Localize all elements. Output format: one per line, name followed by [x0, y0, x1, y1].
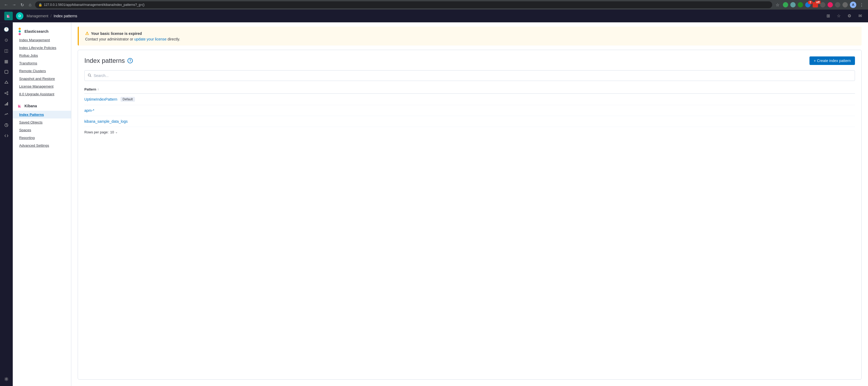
- svg-marker-1: [5, 81, 8, 83]
- index-patterns-panel: Index patterns ? + Create index pattern …: [78, 50, 862, 380]
- forward-button[interactable]: →: [11, 2, 17, 8]
- rail-monitoring-icon[interactable]: [2, 99, 11, 109]
- pattern-link-kibana-sample[interactable]: kibana_sample_data_logs: [84, 119, 128, 123]
- license-banner-title: ⚠ Your basic license is expired: [85, 31, 855, 36]
- rows-per-page-select[interactable]: 10 ⌄: [110, 130, 117, 134]
- table-header: Pattern ↑: [84, 85, 855, 94]
- sidebar: Elasticsearch Index Management Index Lif…: [13, 22, 71, 386]
- top-nav: D Management / Index patterns ⊞ ☆ ⚙ ✉: [0, 9, 868, 22]
- table-row: kibana_sample_data_logs: [84, 116, 855, 127]
- back-button[interactable]: ←: [3, 2, 9, 8]
- ext-4-container: 7: [805, 2, 810, 7]
- table-row: UptimeIndexPattern Default: [84, 94, 855, 105]
- svg-rect-0: [5, 70, 8, 73]
- rows-per-page-label: Rows per page:: [84, 130, 108, 134]
- rail-canvas-icon[interactable]: [2, 67, 11, 77]
- address-bar[interactable]: 🔒 127.0.0.1:5601/app/kibana#/management/…: [35, 1, 772, 8]
- breadcrumb-parent[interactable]: Management: [27, 14, 49, 18]
- license-banner: ⚠ Your basic license is expired Contact …: [78, 27, 862, 46]
- svg-rect-7: [5, 105, 6, 106]
- pattern-link-uptime[interactable]: UptimeIndexPattern: [84, 97, 117, 101]
- ext-8-icon[interactable]: [835, 2, 840, 7]
- sidebar-item-spaces[interactable]: Spaces: [13, 126, 71, 134]
- ext-9-icon[interactable]: [842, 2, 848, 7]
- rail-recent-icon[interactable]: 🕐: [2, 25, 11, 34]
- sidebar-item-upgrade-assistant[interactable]: 8.0 Upgrade Assistant: [13, 90, 71, 98]
- nav-grid-icon[interactable]: ⊞: [824, 12, 832, 20]
- update-license-link[interactable]: update your license: [134, 37, 166, 41]
- rail-ml-icon[interactable]: [2, 78, 11, 87]
- nav-mail-icon[interactable]: ✉: [856, 12, 864, 20]
- kibana-menu-icon: [17, 103, 22, 109]
- svg-line-13: [90, 76, 91, 77]
- sidebar-item-rollup-jobs[interactable]: Rollup Jobs: [13, 52, 71, 59]
- sidebar-item-saved-objects[interactable]: Saved Objects: [13, 118, 71, 126]
- app-container: D Management / Index patterns ⊞ ☆ ⚙ ✉ 🕐 …: [0, 9, 868, 386]
- create-index-pattern-button[interactable]: + Create index pattern: [809, 56, 855, 65]
- panel-title-row: Index patterns ?: [84, 57, 133, 64]
- panel-header: Index patterns ? + Create index pattern: [84, 56, 855, 65]
- kibana-logo[interactable]: [4, 12, 13, 20]
- sidebar-item-index-lifecycle-policies[interactable]: Index Lifecycle Policies: [13, 44, 71, 52]
- top-nav-actions: ⊞ ☆ ⚙ ✉: [824, 12, 864, 20]
- pattern-sort-button[interactable]: Pattern ↑: [84, 87, 99, 91]
- rail-management-icon[interactable]: [2, 374, 11, 384]
- nav-star-icon[interactable]: ☆: [835, 12, 842, 20]
- breadcrumb-current: Index patterns: [54, 14, 78, 18]
- rail-graph-icon[interactable]: [2, 88, 11, 98]
- rail-uptime-icon[interactable]: [2, 120, 11, 130]
- svg-point-3: [7, 92, 8, 93]
- sidebar-item-transforms[interactable]: Transforms: [13, 59, 71, 67]
- sidebar-item-remote-clusters[interactable]: Remote Clusters: [13, 67, 71, 75]
- icon-rail: 🕐 ⊙ ◫ ▦: [0, 22, 13, 386]
- user-badge[interactable]: D: [16, 12, 23, 20]
- svg-point-4: [7, 94, 8, 95]
- ext-6-icon[interactable]: [820, 2, 826, 7]
- search-container: [84, 70, 855, 81]
- ext-3-icon[interactable]: [798, 2, 803, 7]
- ext-7-icon[interactable]: [828, 2, 833, 7]
- browser-actions: ☆ 7 off A ⋮: [774, 2, 865, 8]
- svg-point-11: [6, 379, 7, 380]
- nav-settings-icon[interactable]: ⚙: [846, 12, 853, 20]
- ext-1-icon[interactable]: [783, 2, 788, 7]
- reload-button[interactable]: ↻: [19, 2, 25, 8]
- url-text: 127.0.0.1:5601/app/kibana#/management/ki…: [44, 3, 145, 7]
- rail-discover-icon[interactable]: ⊙: [2, 35, 11, 45]
- rows-per-page: Rows per page: 10 ⌄: [84, 127, 855, 134]
- rail-apm-icon[interactable]: [2, 110, 11, 119]
- rail-dev-tools-icon[interactable]: [2, 131, 11, 141]
- kibana-section-title: Kibana: [13, 101, 71, 111]
- rail-dashboard-icon[interactable]: ▦: [2, 56, 11, 66]
- sidebar-item-index-management[interactable]: Index Management: [13, 36, 71, 44]
- sidebar-item-reporting[interactable]: Reporting: [13, 134, 71, 142]
- browser-bar: ← → ↻ ⌂ 🔒 127.0.0.1:5601/app/kibana#/man…: [0, 0, 868, 9]
- table-row: apm-*: [84, 105, 855, 116]
- off-badge: off: [815, 1, 820, 4]
- sort-ascending-icon: ↑: [97, 88, 99, 91]
- ext-5-container: off: [813, 2, 818, 7]
- lock-icon: 🔒: [38, 3, 42, 7]
- sidebar-item-index-patterns[interactable]: Index Patterns: [13, 111, 71, 118]
- elasticsearch-icon: [17, 29, 22, 34]
- content-area: ⚠ Your basic license is expired Contact …: [71, 22, 868, 386]
- panel-title: Index patterns: [84, 57, 125, 64]
- license-banner-text: Contact your administrator or update you…: [85, 37, 855, 41]
- menu-icon[interactable]: ⋮: [859, 2, 865, 8]
- sidebar-item-license-management[interactable]: License Management: [13, 83, 71, 90]
- profile-avatar[interactable]: A: [850, 2, 856, 8]
- sidebar-item-advanced-settings[interactable]: Advanced Settings: [13, 142, 71, 149]
- sidebar-item-snapshot-and-restore[interactable]: Snapshot and Restore: [13, 75, 71, 83]
- home-button[interactable]: ⌂: [27, 2, 33, 8]
- svg-rect-9: [7, 102, 8, 106]
- svg-point-2: [5, 93, 6, 94]
- pattern-link-apm[interactable]: apm-*: [84, 108, 94, 113]
- ext-2-icon[interactable]: [790, 2, 796, 7]
- rail-visualize-icon[interactable]: ◫: [2, 46, 11, 55]
- breadcrumb-separator: /: [51, 14, 52, 18]
- help-icon[interactable]: ?: [127, 58, 133, 63]
- main-layout: 🕐 ⊙ ◫ ▦: [0, 22, 868, 386]
- search-input[interactable]: [94, 73, 851, 78]
- svg-rect-8: [6, 103, 7, 106]
- bookmark-icon[interactable]: ☆: [774, 2, 781, 8]
